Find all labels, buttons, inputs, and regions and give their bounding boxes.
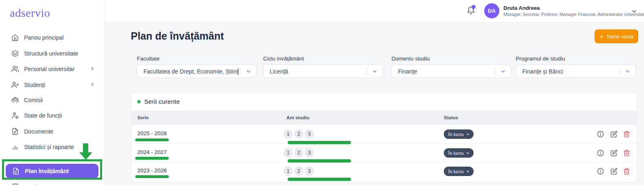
- section-title: Serii curente: [144, 98, 180, 105]
- edit-icon[interactable]: [610, 131, 617, 138]
- year-badge[interactable]: 2: [294, 148, 303, 158]
- edit-icon[interactable]: [610, 168, 617, 175]
- sidebar-item-studenti[interactable]: Studenți: [0, 79, 105, 91]
- group-icon: [11, 96, 19, 104]
- year-badge[interactable]: 3: [305, 129, 314, 139]
- series-card: Serii curente Serie Ani studiu Status 20…: [131, 92, 637, 183]
- sidebar-item-plan-invatamant[interactable]: Plan învățământ: [6, 164, 98, 178]
- filter-label: Ciclu invățământ: [263, 56, 383, 62]
- new-series-button[interactable]: + Serie nouă: [595, 29, 638, 43]
- sidebar-item-catalog[interactable]: Catalog: [0, 181, 105, 185]
- chevron-down-icon: [625, 69, 631, 74]
- sidebar-item-comisii[interactable]: Comisii: [0, 94, 105, 106]
- sidebar-item-label: Structură universitate: [24, 50, 78, 57]
- top-bar: DA Druta Andreea Manager, Secretar, Prof…: [105, 0, 644, 22]
- sidebar-item-label: Studenți: [24, 82, 45, 88]
- serie-link[interactable]: 2025 - 2028: [137, 130, 167, 136]
- sidebar-item-panou-principal[interactable]: Panou principal: [0, 32, 105, 43]
- notifications-button[interactable]: [467, 6, 476, 16]
- table-header: Serie Ani studiu Status: [131, 111, 637, 125]
- annotation-underline: [288, 159, 351, 163]
- document-icon: [11, 128, 19, 135]
- year-badge[interactable]: 2: [294, 129, 303, 139]
- annotation-underline: [288, 178, 351, 181]
- filter-program: Programul de studiu Finanțe și Bănci: [516, 56, 636, 78]
- sidebar-item-label: Documente: [24, 128, 54, 135]
- annotation-arrow-head: [79, 152, 92, 160]
- sidebar-item-structura-universitate[interactable]: Structură universitate: [0, 48, 105, 59]
- year-badge[interactable]: 1: [284, 129, 293, 139]
- people-icon: [11, 65, 19, 73]
- home-icon: [11, 34, 19, 41]
- serie-link[interactable]: 2023 - 2026: [137, 167, 167, 174]
- app-window: adservio Panou principal Structură unive…: [0, 0, 644, 185]
- students-icon: [11, 81, 19, 89]
- status-dropdown[interactable]: În lucru: [444, 167, 474, 176]
- annotation-underline: [135, 138, 169, 141]
- ciclu-select[interactable]: Licență: [263, 65, 383, 78]
- annotation-arrow: [83, 143, 88, 153]
- filter-domeniu: Domeniu studiu Finanțe: [391, 56, 511, 78]
- year-badge[interactable]: 3: [305, 166, 314, 176]
- plan-icon: [12, 167, 20, 175]
- card-header: Serii curente: [131, 92, 637, 111]
- sidebar-item-documente[interactable]: Documente: [0, 126, 105, 137]
- year-badge[interactable]: 3: [305, 148, 314, 158]
- sidebar-item-label: Statistici și rapoarte: [24, 144, 74, 150]
- adservio-logo: adservio: [10, 7, 50, 20]
- sidebar-item-label: State de funcții: [24, 112, 62, 119]
- table-row: 2023 - 2026 1 2 3 În lucru: [131, 162, 637, 180]
- sidebar-item-statistici-rapoarte[interactable]: Statistici și rapoarte: [0, 141, 105, 153]
- book-icon: [11, 183, 19, 185]
- facultate-select[interactable]: Facultatea de Drept, Economie, Științe P…: [137, 65, 257, 78]
- delete-icon[interactable]: [623, 168, 630, 175]
- sidebar-item-label: Comisii: [24, 97, 43, 103]
- year-badge[interactable]: 2: [294, 166, 303, 176]
- year-badges: 1 2 3: [284, 166, 314, 176]
- user-name: Druta Andreea: [503, 5, 540, 11]
- sidebar-item-label: Panou principal: [24, 34, 64, 41]
- sidebar-item-personal-universitar[interactable]: Personal universitar: [0, 63, 105, 75]
- facultate-value: Facultatea de Drept, Economie, Științe P…: [137, 68, 238, 75]
- info-icon[interactable]: [597, 149, 604, 156]
- chevron-down-icon: [466, 132, 470, 136]
- domeniu-select[interactable]: Finanțe: [391, 65, 511, 78]
- avatar[interactable]: DA: [484, 3, 499, 18]
- chevron-down-icon: [246, 69, 251, 74]
- annotation-underline: [288, 141, 351, 144]
- chevron-down-icon: [372, 69, 378, 74]
- year-badge[interactable]: 1: [284, 166, 293, 176]
- year-badges: 1 2 3: [284, 148, 314, 158]
- delete-icon[interactable]: [623, 131, 630, 138]
- info-icon[interactable]: [597, 168, 604, 175]
- chevron-right-icon: [90, 82, 95, 87]
- edit-icon[interactable]: [610, 149, 617, 156]
- annotation-underline: [135, 175, 169, 178]
- filter-facultate: Facultate Facultatea de Drept, Economie,…: [137, 56, 257, 78]
- column-ani-studiu: Ani studiu: [286, 115, 309, 120]
- green-dot-icon: [137, 100, 141, 103]
- info-icon[interactable]: [597, 131, 604, 138]
- filter-label: Facultate: [137, 56, 257, 62]
- annotation-underline: [135, 157, 169, 160]
- row-actions: [596, 125, 637, 143]
- user-roles: Manager, Secretar, Profesor, Manager Fin…: [503, 12, 644, 17]
- status-label: În lucru: [448, 169, 464, 174]
- serie-link[interactable]: 2024 - 2027: [137, 149, 167, 155]
- program-select[interactable]: Finanțe și Bănci: [516, 65, 636, 78]
- chevron-right-icon: [90, 66, 95, 71]
- year-badges: 1 2 3: [284, 129, 314, 139]
- delete-icon[interactable]: [623, 149, 630, 156]
- status-dropdown[interactable]: În lucru: [444, 148, 474, 158]
- page-title: Plan de învățământ: [131, 30, 224, 42]
- chevron-down-icon: [466, 151, 470, 155]
- status-dropdown[interactable]: În lucru: [444, 129, 474, 139]
- person-gear-icon: [11, 112, 19, 119]
- layers-icon: [11, 50, 19, 57]
- sidebar-item-state-de-functii[interactable]: State de funcții: [0, 110, 105, 121]
- year-badge[interactable]: 1: [284, 148, 293, 158]
- filter-label: Domeniu studiu: [391, 56, 511, 62]
- column-status: Status: [444, 115, 458, 120]
- chevron-down-icon: [500, 69, 506, 74]
- chevron-down-icon[interactable]: [631, 8, 637, 15]
